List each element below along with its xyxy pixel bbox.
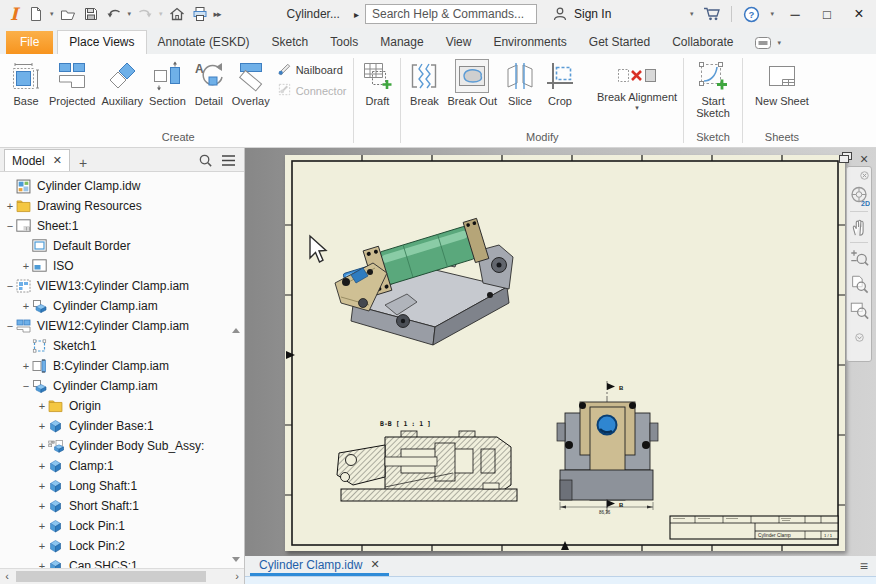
tree-item[interactable]: +Cap SHCS:1 — [0, 556, 244, 568]
ribbon-tab-file[interactable]: File — [6, 31, 53, 54]
close-button[interactable]: × — [848, 5, 870, 23]
undo-caret-icon[interactable]: ▾ — [128, 10, 132, 18]
start-sketch-button[interactable]: Start Sketch — [687, 58, 739, 120]
ribbon-collapse-button[interactable]: ▾ — [755, 37, 782, 49]
cart-icon[interactable] — [703, 5, 721, 23]
inventor-logo-icon[interactable]: I — [6, 4, 22, 24]
home-icon[interactable] — [168, 5, 186, 23]
tree-expander-icon[interactable]: + — [36, 560, 48, 568]
new-file-caret-icon[interactable]: ▾ — [50, 10, 54, 18]
tree-item[interactable]: +B:Cylinder Clamp.iam — [0, 356, 244, 376]
print-icon[interactable] — [191, 5, 209, 23]
signin-caret-icon[interactable]: ▾ — [690, 10, 694, 18]
tree-item[interactable]: +Long Shaft:1 — [0, 476, 244, 496]
sign-in-button[interactable]: Sign In — [551, 5, 611, 23]
tree-scroll-down-icon[interactable] — [232, 557, 240, 562]
tree-expander-icon[interactable]: − — [4, 320, 16, 332]
help-search-input[interactable]: Search Help & Commands... — [365, 4, 537, 24]
tree-expander-icon[interactable]: + — [36, 460, 48, 472]
steering-wheel-2d-icon[interactable]: 2D — [847, 183, 871, 209]
tree-expander-icon[interactable]: + — [36, 540, 48, 552]
break-button[interactable]: Break — [404, 58, 444, 108]
model-tab[interactable]: Model ✕ — [4, 149, 70, 171]
break-alignment-button[interactable]: Break Alignment ▾ — [594, 58, 680, 113]
sheets-panel-label[interactable]: Sheets — [750, 130, 814, 147]
tree-expander-icon[interactable]: − — [4, 280, 16, 292]
tree-item[interactable]: −Cylinder Clamp.iam — [0, 376, 244, 396]
ribbon-tab-place-views[interactable]: Place Views — [57, 30, 146, 54]
canvas-viewport[interactable]: B-B [ 1 : 1 ] — [245, 148, 876, 556]
ribbon-tab-collaborate[interactable]: Collaborate — [661, 31, 744, 54]
maximize-button[interactable]: □ — [816, 7, 838, 22]
new-sheet-button[interactable]: New Sheet — [752, 58, 812, 108]
zoom-window-icon[interactable] — [847, 297, 871, 323]
tree-horizontal-scrollbar[interactable]: ‹ › — [0, 568, 244, 584]
tree-expander-icon[interactable]: + — [36, 440, 48, 452]
tree-expander-icon[interactable]: − — [20, 380, 32, 392]
ribbon-tab-sketch[interactable]: Sketch — [261, 31, 320, 54]
document-close-icon[interactable]: × — [860, 151, 868, 167]
zoom-in-out-icon[interactable] — [847, 245, 871, 271]
tree-item[interactable]: +ISO — [0, 256, 244, 276]
tree-expander-icon[interactable]: − — [4, 220, 16, 232]
tree-item[interactable]: +Short Shaft:1 — [0, 496, 244, 516]
base-button[interactable]: Base — [6, 58, 46, 108]
minimize-button[interactable]: ─ — [784, 7, 806, 22]
undo-icon[interactable] — [105, 5, 123, 23]
document-tab-close-icon[interactable]: ✕ — [370, 558, 379, 571]
tree-expander-icon[interactable]: + — [36, 500, 48, 512]
tree-item[interactable]: +Clamp:1 — [0, 456, 244, 476]
browser-menu-icon[interactable] — [221, 154, 236, 170]
section-button[interactable]: Section — [146, 58, 189, 108]
isometric-view[interactable] — [335, 216, 513, 345]
tree-expander-icon[interactable]: + — [36, 420, 48, 432]
tree-expander-icon[interactable]: + — [20, 300, 32, 312]
detail-button[interactable]: A Detail — [189, 58, 229, 108]
tree-item[interactable]: +Cylinder Clamp.iam — [0, 296, 244, 316]
tree-item[interactable]: +Lock Pin:2 — [0, 536, 244, 556]
model-tab-close-icon[interactable]: ✕ — [53, 154, 62, 167]
ribbon-tab-view[interactable]: View — [435, 31, 483, 54]
slice-button[interactable]: Slice — [500, 58, 540, 108]
tree-expander-icon[interactable]: + — [36, 520, 48, 532]
ribbon-tab-annotate-eskd[interactable]: Annotate (ESKD) — [147, 31, 261, 54]
auxiliary-button[interactable]: Auxiliary — [98, 58, 146, 108]
tree-item[interactable]: −VIEW13:Cylinder Clamp.iam — [0, 276, 244, 296]
qat-overflow-icon[interactable]: ▸▸ — [214, 9, 221, 19]
tree-item[interactable]: +Drawing Resources — [0, 196, 244, 216]
help-caret-icon[interactable]: ▾ — [770, 10, 774, 18]
document-tab[interactable]: Cylinder Clamp.idw ✕ — [250, 556, 389, 576]
drawing-sheet[interactable]: B-B [ 1 : 1 ] — [285, 155, 845, 551]
tree-item[interactable]: +Lock Pin:1 — [0, 516, 244, 536]
modify-panel-label[interactable]: Modify — [402, 130, 682, 147]
tree-item[interactable]: Cylinder Clamp.idw — [0, 176, 244, 196]
save-icon[interactable] — [82, 5, 100, 23]
ribbon-tab-tools[interactable]: Tools — [319, 31, 369, 54]
tree-expander-icon[interactable]: + — [20, 360, 32, 372]
help-icon[interactable]: ? — [742, 5, 760, 23]
draft-button[interactable]: Draft — [357, 58, 397, 108]
crop-button[interactable]: Crop — [540, 58, 580, 108]
add-browser-tab-button[interactable]: + — [70, 155, 96, 171]
tree-expander-icon[interactable]: + — [36, 480, 48, 492]
tree-item[interactable]: Sketch1 — [0, 336, 244, 356]
ribbon-tab-manage[interactable]: Manage — [369, 31, 434, 54]
ribbon-tab-get-started[interactable]: Get Started — [578, 31, 661, 54]
tree-expander-icon[interactable]: + — [4, 200, 16, 212]
tree-item[interactable]: −Sheet:1 — [0, 216, 244, 236]
tree-item[interactable]: +Cylinder Body Sub_Assy: — [0, 436, 244, 456]
document-restore-icon[interactable] — [839, 152, 852, 167]
section-view[interactable]: B-B [ 1 : 1 ] — [337, 420, 517, 501]
create-panel-label[interactable]: Create — [4, 130, 352, 147]
navbar-more-icon[interactable] — [855, 331, 864, 345]
end-view[interactable]: B — [557, 381, 658, 515]
zoom-all-icon[interactable] — [847, 271, 871, 297]
tab-list-menu-icon[interactable]: ≡ — [860, 558, 868, 574]
scrollbar-thumb[interactable] — [16, 571, 206, 582]
ribbon-tab-environments[interactable]: Environments — [482, 31, 577, 54]
projected-button[interactable]: Projected — [46, 58, 98, 108]
search-arrow-icon[interactable]: ▸ — [354, 9, 359, 20]
open-file-icon[interactable] — [59, 5, 77, 23]
tree-item[interactable]: Default Border — [0, 236, 244, 256]
tree-item[interactable]: +Cylinder Base:1 — [0, 416, 244, 436]
